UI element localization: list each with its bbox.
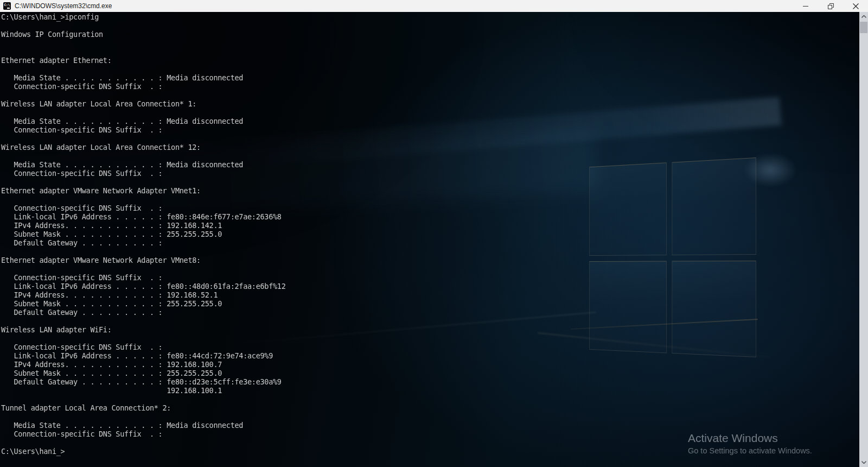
scroll-down-button[interactable] — [859, 458, 868, 467]
light-beam — [538, 332, 770, 358]
windows-logo — [589, 157, 756, 357]
watermark-subtitle: Go to Settings to activate Windows. — [688, 446, 812, 456]
logo-horizon-line — [571, 319, 758, 330]
windows-logo-pane — [589, 162, 666, 255]
title-bar-left: C:\WINDOWS\system32\cmd.exe — [0, 2, 793, 10]
close-icon — [853, 3, 859, 9]
watermark-title: Activate Windows — [688, 431, 812, 445]
restore-button[interactable] — [818, 0, 843, 12]
windows-logo-pane — [672, 157, 756, 255]
chevron-down-icon — [861, 461, 866, 464]
title-bar[interactable]: C:\WINDOWS\system32\cmd.exe — [0, 0, 868, 12]
window-title: C:\WINDOWS\system32\cmd.exe — [15, 2, 112, 10]
cmd-app-icon[interactable] — [3, 2, 11, 10]
close-button[interactable] — [843, 0, 868, 12]
console-viewport[interactable]: C:\Users\hani_>ipconfig Windows IP Confi… — [0, 12, 859, 467]
windows-logo-pane — [589, 261, 666, 353]
chevron-up-icon — [861, 15, 866, 18]
window-controls — [793, 0, 868, 12]
windows-logo-pane — [672, 261, 756, 358]
cmd-window: C:\WINDOWS\system32\cmd.exe — [0, 0, 868, 467]
minimize-icon — [803, 3, 808, 9]
minimize-button[interactable] — [793, 0, 818, 12]
logo-corner-glow — [732, 146, 808, 194]
restore-icon — [828, 3, 834, 9]
vertical-scrollbar[interactable] — [859, 12, 868, 467]
scroll-up-button[interactable] — [859, 12, 868, 21]
activate-windows-watermark: Activate Windows Go to Settings to activ… — [688, 431, 812, 456]
light-beam — [233, 97, 782, 168]
scrollbar-thumb[interactable] — [860, 22, 867, 33]
scrollbar-track[interactable] — [859, 21, 868, 458]
terminal-output[interactable]: C:\Users\hani_>ipconfig Windows IP Confi… — [0, 12, 285, 456]
